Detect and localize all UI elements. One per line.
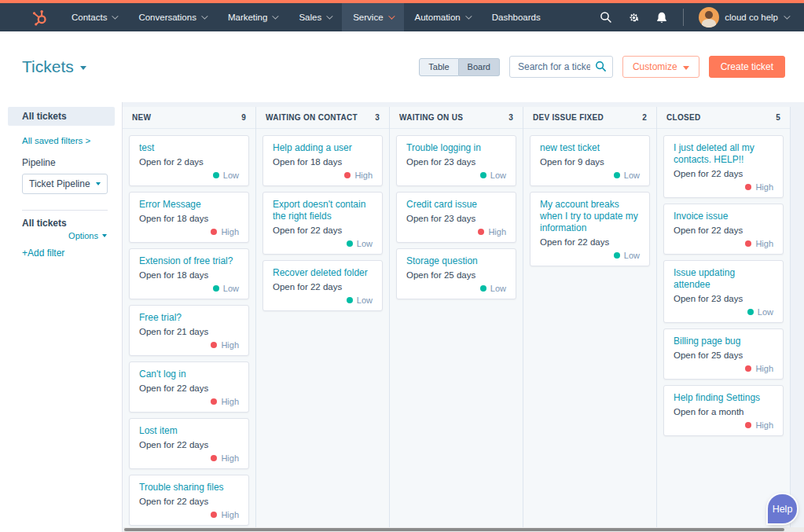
ticket-card[interactable]: Invoice issueOpen for 22 daysHigh — [663, 204, 784, 255]
nav-item-dashboards[interactable]: Dashboards — [481, 3, 552, 31]
column-cards: new test ticketOpen for 9 daysLowMy acco… — [523, 129, 656, 532]
ticket-card[interactable]: Trouble logging inOpen for 23 daysLow — [396, 135, 516, 186]
user-avatar[interactable] — [699, 7, 719, 28]
priority-dot-icon — [745, 184, 751, 190]
chevron-down-icon — [683, 66, 689, 70]
page-title-dropdown[interactable]: Tickets — [22, 57, 86, 76]
ticket-card[interactable]: new test ticketOpen for 9 daysLow — [530, 135, 650, 186]
priority-dot-icon — [211, 342, 217, 348]
ticket-title-link[interactable]: Trouble sharing files — [139, 482, 239, 493]
ticket-card[interactable]: Can't log inOpen for 22 daysHigh — [129, 361, 249, 413]
ticket-title-link[interactable]: Free trial? — [139, 312, 239, 324]
nav-item-conversations[interactable]: Conversations — [127, 3, 217, 31]
priority-label: High — [221, 340, 239, 350]
hubspot-logo-icon[interactable] — [0, 3, 61, 31]
ticket-open-duration: Open for 22 days — [139, 496, 239, 507]
settings-gear-icon[interactable] — [627, 11, 641, 24]
column-name: CLOSED — [666, 113, 700, 122]
ticket-card[interactable]: Storage questionOpen for 25 daysLow — [396, 248, 516, 299]
account-menu[interactable]: cloud co help — [699, 7, 788, 28]
ticket-title-link[interactable]: test — [139, 142, 239, 154]
ticket-title-link[interactable]: Billing page bug — [674, 336, 773, 347]
view-toggle-table[interactable]: Table — [419, 58, 458, 76]
search-icon[interactable] — [600, 11, 612, 24]
ticket-card[interactable]: Help finding SettingsOpen for a monthHig… — [663, 385, 784, 436]
all-saved-filters-link[interactable]: All saved filters > — [22, 136, 122, 145]
ticket-title-link[interactable]: Lost item — [139, 425, 239, 437]
ticket-title-link[interactable]: Help finding Settings — [674, 392, 773, 404]
ticket-title-link[interactable]: Credit card issue — [406, 199, 506, 211]
ticket-card[interactable]: Extension of free trial?Open for 18 days… — [129, 248, 249, 299]
priority-dot-icon — [211, 229, 217, 235]
ticket-title-link[interactable]: Can't log in — [139, 369, 239, 380]
ticket-title-link[interactable]: Invoice issue — [674, 211, 773, 222]
notifications-bell-icon[interactable] — [655, 11, 668, 24]
ticket-title-link[interactable]: Extension of free trial? — [139, 255, 239, 267]
board-column-new: NEW9testOpen for 2 daysLowError MessageO… — [123, 107, 256, 532]
search-icon[interactable] — [595, 61, 607, 75]
ticket-open-duration: Open for a month — [674, 406, 773, 417]
column-cards: Trouble logging inOpen for 23 daysLowCre… — [390, 129, 523, 532]
ticket-open-duration: Open for 9 days — [540, 156, 640, 167]
nav-item-contacts[interactable]: Contacts — [61, 3, 127, 31]
ticket-title-link[interactable]: Help adding a user — [273, 142, 373, 154]
ticket-card[interactable]: Recover deleted folderOpen for 22 daysLo… — [262, 260, 383, 311]
page-header: Tickets TableBoard Customize Create tick… — [0, 31, 804, 102]
customize-button[interactable]: Customize — [622, 56, 699, 78]
nav-item-sales[interactable]: Sales — [288, 3, 342, 31]
ticket-priority: Low — [406, 171, 506, 180]
ticket-title-link[interactable]: Export doesn't contain the right fields — [273, 199, 373, 222]
horizontal-scrollbar[interactable] — [123, 527, 804, 532]
help-button[interactable]: Help — [768, 494, 797, 523]
column-name: NEW — [132, 113, 151, 122]
priority-label: High — [755, 239, 773, 248]
priority-dot-icon — [745, 422, 751, 428]
priority-dot-icon — [213, 172, 219, 178]
ticket-card[interactable]: My account breaks when I try to update m… — [530, 192, 650, 266]
pipeline-select[interactable]: Ticket Pipeline — [22, 174, 108, 194]
nav-item-service[interactable]: Service — [342, 3, 403, 31]
view-toggle-board[interactable]: Board — [459, 58, 500, 76]
ticket-priority: High — [139, 510, 239, 519]
ticket-title-link[interactable]: Issue updating attendee — [674, 267, 773, 291]
navbar-divider — [683, 9, 684, 26]
ticket-card[interactable]: Trouble sharing filesOpen for 22 daysHig… — [129, 475, 249, 526]
ticket-card[interactable]: Error MessageOpen for 18 daysHigh — [129, 192, 249, 243]
ticket-priority: Low — [406, 284, 506, 293]
priority-label: Low — [223, 284, 239, 293]
add-filter-link[interactable]: +Add filter — [22, 248, 122, 259]
create-ticket-button[interactable]: Create ticket — [709, 56, 785, 78]
ticket-card[interactable]: Free trial?Open for 21 daysHigh — [129, 305, 249, 356]
sidebar-item-all-tickets[interactable]: All tickets — [8, 107, 115, 126]
ticket-card[interactable]: Lost itemOpen for 22 daysHigh — [129, 418, 249, 469]
ticket-card[interactable]: Credit card issueOpen for 23 daysHigh — [396, 192, 516, 243]
options-dropdown[interactable]: Options — [0, 231, 107, 240]
ticket-priority: High — [273, 171, 373, 180]
pipeline-label: Pipeline — [22, 157, 122, 168]
nav-item-marketing[interactable]: Marketing — [217, 3, 288, 31]
navbar-left: ContactsConversationsMarketingSalesServi… — [0, 3, 552, 31]
ticket-priority: Low — [139, 284, 239, 293]
column-header: WAITING ON US3 — [390, 107, 523, 129]
ticket-card[interactable]: Help adding a userOpen for 18 daysHigh — [262, 135, 383, 186]
ticket-title-link[interactable]: new test ticket — [540, 142, 640, 154]
ticket-title-link[interactable]: Recover deleted folder — [273, 267, 373, 279]
column-count: 2 — [642, 113, 647, 122]
ticket-title-link[interactable]: I just deleted all my contacts. HELP!! — [674, 142, 773, 166]
nav-item-automation[interactable]: Automation — [404, 3, 481, 31]
ticket-priority: Low — [273, 295, 373, 305]
ticket-card[interactable]: testOpen for 2 daysLow — [129, 135, 249, 186]
ticket-title-link[interactable]: Error Message — [139, 199, 239, 211]
ticket-card[interactable]: I just deleted all my contacts. HELP!!Op… — [663, 135, 784, 198]
column-count: 9 — [241, 113, 246, 122]
ticket-card[interactable]: Issue updating attendeeOpen for 23 daysL… — [663, 260, 784, 323]
chevron-down-icon — [326, 13, 332, 19]
ticket-card[interactable]: Billing page bugOpen for 25 daysHigh — [663, 328, 784, 380]
column-cards: testOpen for 2 daysLowError MessageOpen … — [123, 129, 255, 532]
ticket-card[interactable]: Export doesn't contain the right fieldsO… — [262, 192, 383, 255]
ticket-title-link[interactable]: Storage question — [406, 255, 506, 267]
scrollbar-thumb[interactable] — [124, 528, 784, 531]
ticket-search — [509, 56, 613, 78]
ticket-title-link[interactable]: Trouble logging in — [406, 142, 506, 154]
ticket-title-link[interactable]: My account breaks when I try to update m… — [540, 199, 640, 234]
